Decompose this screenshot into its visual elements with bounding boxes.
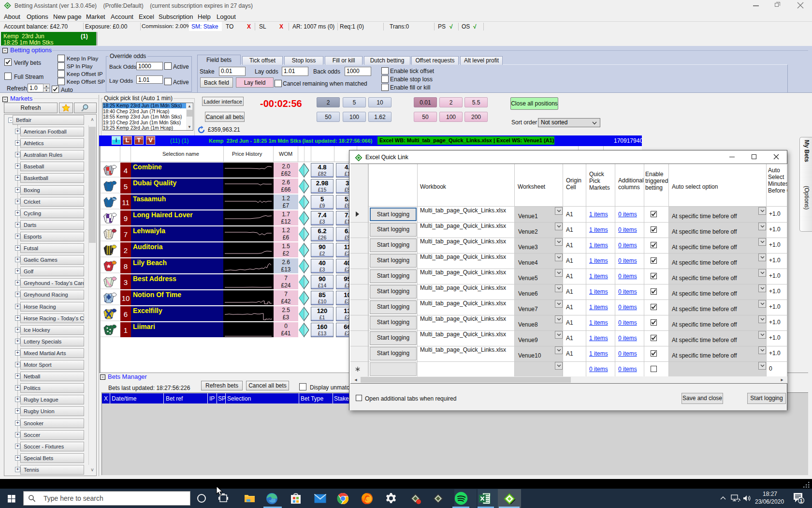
svg-text:1: 1 bbox=[800, 498, 803, 504]
